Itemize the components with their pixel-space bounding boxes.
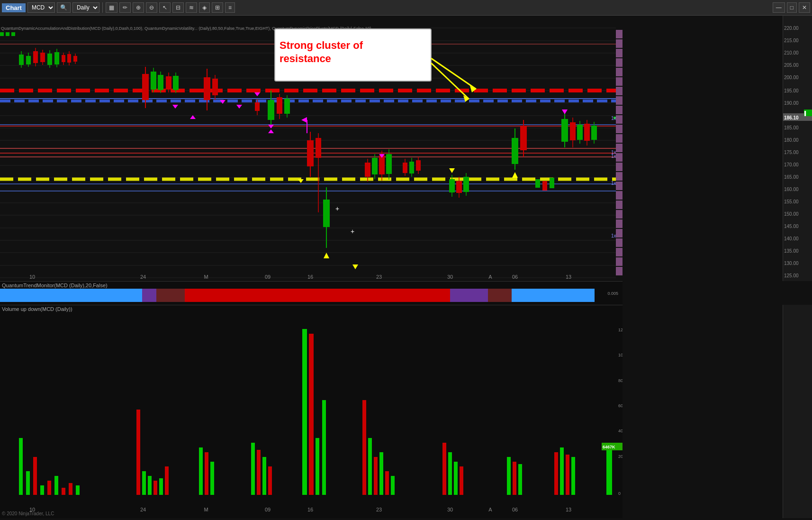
zoom-in-button[interactable]: ⊕ <box>133 2 144 13</box>
properties-button[interactable]: ⊞ <box>212 2 223 13</box>
svg-rect-289 <box>385 471 389 495</box>
svg-text:186.10: 186.10 <box>784 115 799 120</box>
svg-text:180.00: 180.00 <box>784 137 799 143</box>
svg-rect-255 <box>450 289 488 302</box>
svg-rect-283 <box>316 438 319 495</box>
draw-button[interactable]: ✏ <box>119 2 131 13</box>
svg-rect-257 <box>512 289 595 302</box>
svg-rect-175 <box>616 172 623 181</box>
svg-rect-226 <box>550 178 554 188</box>
zoom-out-button[interactable]: ⊖ <box>146 2 157 13</box>
svg-rect-282 <box>309 334 314 495</box>
svg-rect-35 <box>6 32 9 36</box>
volume-price-axis <box>783 305 812 518</box>
svg-rect-298 <box>554 452 558 495</box>
svg-text:0: 0 <box>618 491 621 496</box>
svg-rect-67 <box>151 72 156 90</box>
svg-rect-261 <box>33 457 37 495</box>
svg-text:190.00: 190.00 <box>784 100 799 106</box>
timeframe-select[interactable]: Daily <box>72 2 99 13</box>
svg-text:30: 30 <box>447 274 453 280</box>
svg-text:A: A <box>488 507 492 512</box>
svg-rect-163 <box>616 58 623 67</box>
svg-text:165.00: 165.00 <box>784 174 799 180</box>
svg-text:0.005: 0.005 <box>607 291 618 296</box>
svg-text:▌: ▌ <box>804 110 807 116</box>
svg-rect-177 <box>616 191 623 200</box>
svg-rect-265 <box>62 488 65 495</box>
svg-rect-256 <box>488 289 512 302</box>
svg-rect-277 <box>251 443 255 495</box>
svg-text:23: 23 <box>376 274 382 280</box>
svg-text:170.00: 170.00 <box>784 162 799 167</box>
alerts-button[interactable]: ≡ <box>225 2 235 13</box>
svg-rect-170 <box>616 125 623 133</box>
svg-text:10: 10 <box>29 274 35 280</box>
svg-rect-264 <box>54 476 58 495</box>
svg-rect-184 <box>616 257 623 266</box>
volume-label: Volume up down(MCD (Daily)) <box>2 306 72 312</box>
main-content: + + <box>0 16 812 520</box>
svg-text:13: 13 <box>566 507 571 512</box>
svg-rect-76 <box>173 76 179 90</box>
svg-rect-133 <box>463 177 469 192</box>
svg-rect-276 <box>210 462 214 495</box>
svg-rect-281 <box>302 329 307 495</box>
svg-rect-273 <box>165 466 169 495</box>
svg-text:155.00: 155.00 <box>784 199 799 204</box>
svg-rect-272 <box>159 478 163 495</box>
svg-rect-292 <box>448 452 452 495</box>
svg-rect-252 <box>142 289 156 302</box>
volume-svg: 12M 10M 8000K 6000K 4000K 2000K 0 6467K … <box>0 305 623 519</box>
svg-rect-178 <box>616 201 623 209</box>
close-button[interactable]: ✕ <box>799 2 810 13</box>
svg-rect-55 <box>62 55 65 62</box>
svg-rect-288 <box>379 452 383 495</box>
strategy-button[interactable]: ◈ <box>199 2 210 13</box>
svg-rect-130 <box>456 181 462 193</box>
svg-rect-112 <box>365 163 370 177</box>
svg-rect-169 <box>616 115 623 124</box>
svg-rect-43 <box>33 51 38 63</box>
trade-button[interactable]: ⊟ <box>172 2 184 13</box>
svg-text:2000K: 2000K <box>618 454 623 459</box>
toolbar: Chart MCD 🔍 Daily ▦ ✏ ⊕ ⊖ ↖ ⊟ ≋ ◈ ⊞ ≡ — … <box>0 0 812 16</box>
svg-rect-164 <box>616 68 623 76</box>
svg-rect-299 <box>560 447 564 495</box>
svg-text:+: + <box>351 228 354 235</box>
svg-rect-267 <box>76 485 80 495</box>
svg-rect-290 <box>391 476 395 495</box>
svg-rect-218 <box>409 162 414 173</box>
svg-rect-266 <box>69 483 72 495</box>
svg-rect-106 <box>323 200 330 227</box>
svg-text:10M: 10M <box>618 353 623 357</box>
price-axis-svg: 220.00 215.00 210.00 205.00 200.00 195.0… <box>783 16 812 281</box>
svg-rect-144 <box>561 119 568 142</box>
svg-rect-46 <box>40 53 45 62</box>
svg-rect-171 <box>616 134 623 143</box>
svg-rect-291 <box>442 443 446 495</box>
svg-text:16: 16 <box>307 507 313 512</box>
symbol-select[interactable]: MCD <box>27 2 55 13</box>
svg-rect-294 <box>460 466 463 495</box>
maximize-button[interactable]: □ <box>787 2 797 13</box>
bar-type-button[interactable]: ▦ <box>106 2 117 13</box>
minimize-button[interactable]: — <box>773 2 785 13</box>
svg-rect-225 <box>542 181 547 191</box>
cursor-button[interactable]: ↖ <box>159 2 171 13</box>
svg-rect-181 <box>616 229 623 237</box>
svg-rect-297 <box>518 464 522 495</box>
indicator-button[interactable]: ≋ <box>186 2 197 13</box>
svg-text:06: 06 <box>512 507 518 512</box>
svg-text:09: 09 <box>265 507 271 512</box>
svg-text:M: M <box>204 507 208 512</box>
svg-rect-259 <box>19 438 23 495</box>
svg-rect-165 <box>616 77 623 86</box>
svg-text:145.00: 145.00 <box>784 224 799 229</box>
search-button[interactable]: 🔍 <box>57 2 71 13</box>
svg-text:6467K: 6467K <box>603 445 615 449</box>
volume-panel: Volume up down(MCD (Daily)) © 2020 Ninja… <box>0 305 623 518</box>
svg-rect-279 <box>262 457 266 495</box>
svg-rect-79 <box>204 77 210 100</box>
svg-rect-166 <box>616 87 623 95</box>
